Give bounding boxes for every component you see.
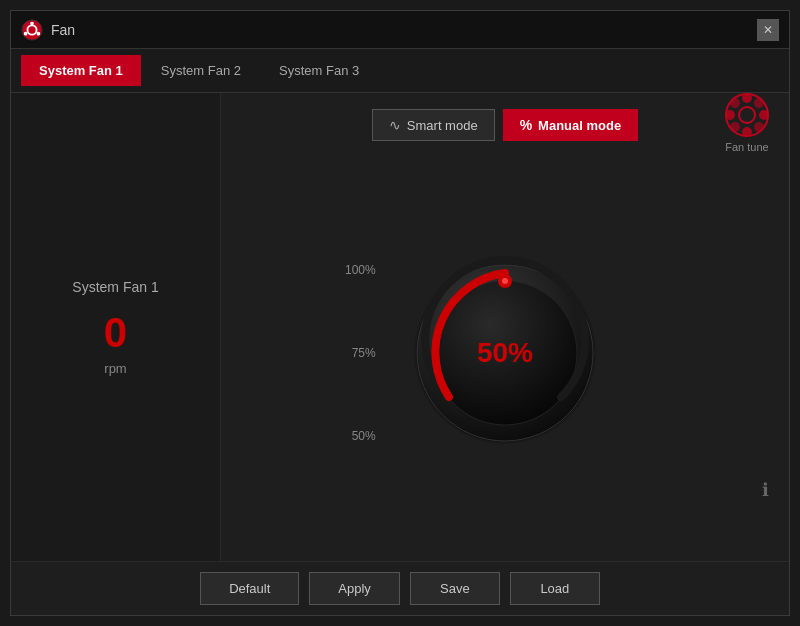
content-area: System Fan 1 0 rpm ∿ Smart mode % Manual… <box>11 93 789 561</box>
svg-point-13 <box>730 122 740 132</box>
smart-mode-icon: ∿ <box>389 117 401 133</box>
scale-labels: 100% 75% 50% <box>345 253 376 453</box>
manual-mode-icon: % <box>520 117 532 133</box>
rpm-unit-label: rpm <box>104 361 126 376</box>
knob-value-display: 50% <box>477 337 533 369</box>
manual-mode-label: Manual mode <box>538 118 621 133</box>
svg-point-3 <box>37 31 41 35</box>
apply-button[interactable]: Apply <box>309 572 400 605</box>
rpm-value: 0 <box>104 309 127 357</box>
smart-mode-button[interactable]: ∿ Smart mode <box>372 109 495 141</box>
svg-point-11 <box>730 98 740 108</box>
svg-point-7 <box>742 93 752 103</box>
load-button[interactable]: Load <box>510 572 600 605</box>
right-panel: ∿ Smart mode % Manual mode <box>221 93 789 561</box>
svg-point-9 <box>725 110 735 120</box>
close-button[interactable]: ✕ <box>757 19 779 41</box>
svg-point-12 <box>754 98 764 108</box>
mode-bar: ∿ Smart mode % Manual mode <box>372 109 638 141</box>
knob-area: 100% 75% 50% <box>241 161 769 545</box>
info-icon[interactable]: ℹ <box>762 479 769 501</box>
smart-mode-label: Smart mode <box>407 118 478 133</box>
title-bar: Fan ✕ <box>11 11 789 49</box>
main-window: Fan ✕ System Fan 1 System Fan 2 System F… <box>10 10 790 616</box>
fan-tune-button[interactable]: Fan tune <box>725 93 769 153</box>
default-button[interactable]: Default <box>200 572 299 605</box>
scale-75: 75% <box>352 346 376 360</box>
svg-point-8 <box>742 127 752 137</box>
knob-container[interactable]: 100% 75% 50% <box>405 253 605 453</box>
tab-system-fan-1[interactable]: System Fan 1 <box>21 55 141 86</box>
svg-point-10 <box>759 110 769 120</box>
fan-tune-label: Fan tune <box>725 141 768 153</box>
left-panel: System Fan 1 0 rpm <box>11 93 221 561</box>
tab-bar: System Fan 1 System Fan 2 System Fan 3 <box>11 49 789 93</box>
tab-system-fan-2[interactable]: System Fan 2 <box>143 55 259 86</box>
svg-point-19 <box>502 278 508 284</box>
svg-point-14 <box>754 122 764 132</box>
svg-point-2 <box>30 21 34 25</box>
bottom-bar: Default Apply Save Load <box>11 561 789 615</box>
save-button[interactable]: Save <box>410 572 500 605</box>
manual-mode-button[interactable]: % Manual mode <box>503 109 639 141</box>
fan-name-label: System Fan 1 <box>72 279 158 295</box>
scale-100: 100% <box>345 263 376 277</box>
app-logo-icon <box>21 19 43 41</box>
window-title: Fan <box>51 22 757 38</box>
fan-tune-icon <box>725 93 769 137</box>
svg-point-4 <box>24 31 28 35</box>
svg-point-6 <box>739 107 755 123</box>
scale-50: 50% <box>352 429 376 443</box>
tab-system-fan-3[interactable]: System Fan 3 <box>261 55 377 86</box>
